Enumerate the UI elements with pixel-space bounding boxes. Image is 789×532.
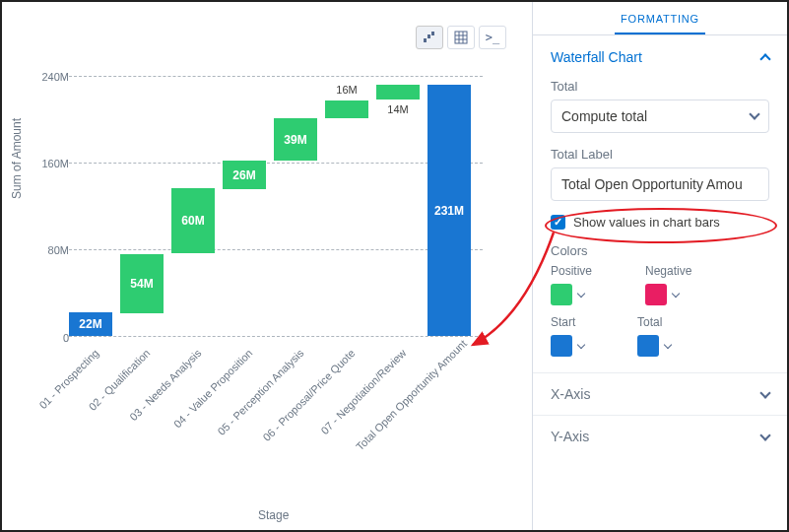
total-label: Total (533, 75, 787, 100)
x-tick-label: 02 - Qualification (46, 347, 152, 452)
bar-positive[interactable]: 39M (274, 118, 317, 161)
prompt-icon: >_ (486, 31, 499, 44)
grid-line (69, 76, 483, 77)
waterfall-icon (423, 31, 436, 44)
y-tick: 160M (41, 158, 69, 169)
color-start-picker[interactable] (551, 335, 584, 357)
tab-formatting[interactable]: FORMATTING (615, 5, 705, 34)
svg-rect-2 (431, 32, 434, 35)
bar-label: 16M (321, 84, 372, 96)
chevron-down-icon (759, 387, 770, 398)
color-negative: Negative (645, 264, 691, 305)
show-values-label: Show values in chart bars (573, 215, 720, 230)
grid-line (69, 249, 483, 250)
color-negative-picker[interactable] (645, 284, 691, 305)
grid-line (69, 336, 483, 337)
color-start: Start (551, 315, 584, 357)
section-title: Waterfall Chart (551, 49, 642, 65)
color-swatch (637, 335, 659, 357)
bar-positive[interactable]: 54M (120, 254, 164, 313)
x-tick-label: 03 - Needs Analysis (98, 347, 203, 452)
chevron-up-icon (759, 53, 770, 64)
formatting-pane: FORMATTING Waterfall Chart Total Compute… (533, 2, 787, 530)
svg-rect-1 (427, 34, 430, 38)
chevron-down-icon (577, 290, 585, 298)
section-x-axis[interactable]: X-Axis (533, 372, 787, 415)
color-total: Total (637, 315, 671, 357)
color-swatch (551, 284, 572, 305)
table-icon (454, 31, 468, 44)
svg-rect-3 (455, 32, 467, 43)
chart-plot: 22M 54M 60M 26M 39M 16M 14M 231M (69, 76, 483, 337)
total-label-input[interactable]: Total Open Opportunity Amou (551, 167, 769, 201)
bar-positive[interactable]: 26M (223, 161, 266, 189)
y-tick: 0 (41, 332, 69, 344)
tab-header: FORMATTING (533, 2, 787, 35)
colors-label: Colors (533, 243, 787, 264)
x-tick-label: 04 - Value Proposition (149, 347, 254, 452)
x-tick-label: 01 - Prospecting (0, 347, 100, 452)
x-axis-title: Stage (258, 508, 289, 522)
table-view-button[interactable] (447, 26, 475, 49)
checkbox-checked-icon[interactable]: ✓ (551, 215, 565, 230)
chevron-down-icon (672, 290, 680, 298)
app-frame: >_ Sum of Amount 240M 160M 80M 0 22M 54M… (0, 0, 789, 532)
bar-positive[interactable] (376, 85, 420, 100)
color-positive: Positive (551, 264, 592, 305)
y-tick: 240M (41, 71, 69, 83)
x-tick-label: 05 - Perception Analysis (200, 347, 305, 452)
chart-view-button[interactable] (416, 26, 443, 49)
color-total-picker[interactable] (637, 335, 671, 357)
bar-positive[interactable] (325, 100, 368, 118)
x-tick-label: 07 - Negotiation/Review (302, 347, 408, 452)
colors-section: Positive Negative Start (533, 264, 787, 372)
x-tick-label: Total Open Opportunity Amount (354, 347, 459, 452)
color-swatch (551, 335, 572, 357)
bar-label: 14M (372, 103, 424, 115)
section-waterfall-header[interactable]: Waterfall Chart (533, 35, 787, 75)
query-button[interactable]: >_ (479, 26, 506, 49)
chevron-down-icon (749, 108, 759, 119)
y-tick: 80M (41, 244, 69, 256)
chart-pane: >_ Sum of Amount 240M 160M 80M 0 22M 54M… (2, 2, 533, 530)
y-axis-title: Sum of Amount (10, 118, 24, 199)
chevron-down-icon (759, 430, 770, 440)
bar-start[interactable]: 22M (69, 312, 112, 336)
bar-total[interactable]: 231M (427, 85, 471, 336)
total-select[interactable]: Compute total (551, 100, 769, 133)
svg-rect-0 (424, 38, 427, 42)
chevron-down-icon (577, 341, 585, 349)
chart-toolbar: >_ (416, 26, 506, 49)
bar-positive[interactable]: 60M (171, 188, 215, 253)
show-values-row[interactable]: ✓ Show values in chart bars (533, 211, 787, 243)
grid-line (69, 163, 483, 164)
color-positive-picker[interactable] (551, 284, 592, 305)
color-swatch (645, 284, 667, 305)
section-y-axis[interactable]: Y-Axis (533, 415, 787, 457)
total-label-label: Total Label (533, 143, 787, 167)
x-tick-label: 06 - Proposal/Price Quote (251, 347, 357, 452)
chevron-down-icon (664, 341, 672, 349)
